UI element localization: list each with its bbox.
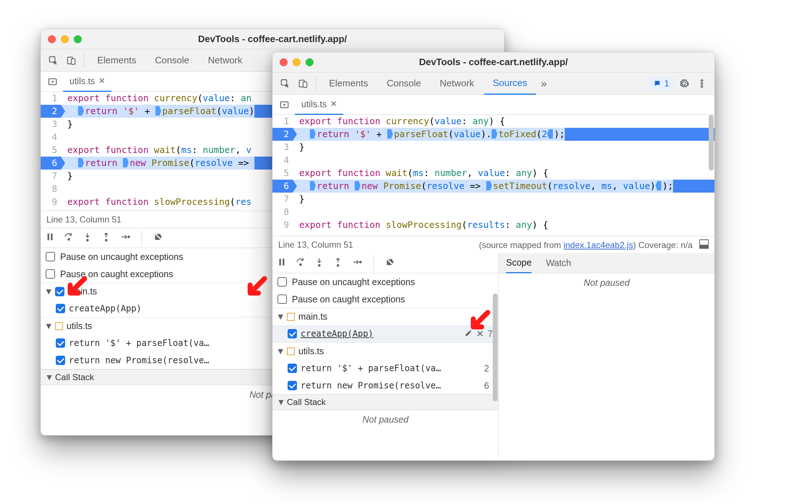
checkbox[interactable] [278, 294, 287, 304]
code-line[interactable]: 1export function currency(value: any) { [272, 115, 714, 128]
line-number[interactable]: 7 [272, 193, 293, 206]
expand-icon[interactable]: ▼ [44, 286, 51, 297]
expand-icon[interactable]: ▼ [44, 321, 51, 331]
breakpoint-file-main[interactable]: ▼ main.ts [272, 308, 499, 325]
line-number[interactable]: 1 [272, 115, 293, 128]
checkbox[interactable] [288, 381, 297, 390]
line-number[interactable]: 1 [41, 92, 61, 105]
line-number[interactable]: 9 [272, 219, 293, 231]
code-text[interactable]: } [61, 118, 73, 131]
code-editor[interactable]: 1export function currency(value: any) {2… [272, 115, 714, 236]
checkbox[interactable] [288, 364, 297, 373]
step-over-icon[interactable] [64, 232, 74, 244]
code-text[interactable] [61, 131, 73, 144]
scroll-thumb[interactable] [709, 115, 714, 171]
line-number[interactable]: 7 [41, 170, 61, 183]
device-toggle-icon[interactable] [63, 52, 80, 69]
line-number[interactable]: 6 [272, 180, 293, 193]
line-number[interactable]: 8 [41, 183, 61, 195]
inspect-icon[interactable] [45, 52, 62, 69]
code-line[interactable]: 5export function wait(ms: number, value:… [272, 167, 714, 180]
code-line[interactable]: 2 return '$' + parseFloat(value).toFixed… [272, 128, 714, 141]
tab-elements[interactable]: Elements [89, 49, 145, 72]
checkbox[interactable] [56, 304, 65, 313]
close-file-icon[interactable]: ✕ [330, 99, 337, 109]
step-out-icon[interactable] [333, 257, 343, 269]
code-line[interactable]: 4 [272, 154, 714, 167]
code-text[interactable] [61, 183, 73, 195]
more-tabs-icon[interactable]: » [537, 77, 551, 90]
code-text[interactable]: export function slowProcessing(results: … [293, 219, 548, 231]
file-tab-utils[interactable]: utils.ts ✕ [295, 95, 343, 115]
line-number[interactable]: 4 [41, 131, 61, 144]
code-text[interactable] [293, 154, 304, 167]
code-text[interactable]: export function slowProcessing(res [61, 195, 252, 208]
close-icon[interactable] [48, 35, 56, 43]
code-text[interactable]: } [293, 141, 304, 154]
code-line[interactable]: 7} [272, 193, 714, 206]
zoom-icon[interactable] [306, 58, 313, 66]
minimize-icon[interactable] [61, 35, 69, 43]
code-text[interactable]: export function wait(ms: number, value: … [293, 167, 548, 180]
checkbox[interactable] [56, 338, 65, 348]
file-tab-utils[interactable]: utils.ts ✕ [63, 72, 112, 92]
step-icon[interactable] [120, 232, 130, 244]
checkbox[interactable] [278, 277, 287, 287]
code-line[interactable]: 6 return new Promise(resolve => setTimeo… [272, 180, 714, 193]
navigator-toggle-icon[interactable] [44, 73, 61, 90]
pause-icon[interactable] [45, 232, 55, 244]
coverage-icon[interactable] [699, 239, 709, 249]
device-toggle-icon[interactable] [295, 75, 311, 92]
line-number[interactable]: 2 [272, 128, 293, 141]
checkbox[interactable] [46, 252, 55, 261]
checkbox[interactable] [288, 329, 297, 338]
step-out-icon[interactable] [101, 232, 111, 244]
breakpoint-item[interactable]: createApp(App) ✕ 7 [272, 325, 499, 342]
minimize-icon[interactable] [293, 58, 301, 66]
call-stack-header[interactable]: ▼ Call Stack [272, 394, 499, 410]
expand-icon[interactable]: ▼ [45, 372, 52, 382]
pause-icon[interactable] [277, 257, 287, 269]
code-line[interactable]: 9export function slowProcessing(results:… [272, 219, 714, 231]
line-number[interactable]: 2 [41, 105, 61, 118]
code-text[interactable]: return '$' + parseFloat(value) [61, 105, 254, 118]
code-text[interactable]: return new Promise(resolve => [61, 157, 254, 170]
expand-icon[interactable]: ▼ [276, 311, 283, 322]
line-number[interactable]: 6 [41, 157, 61, 170]
scroll-thumb[interactable] [493, 293, 498, 401]
pause-uncaught-row[interactable]: Pause on uncaught exceptions [272, 273, 499, 291]
tab-watch[interactable]: Watch [546, 258, 571, 268]
navigator-toggle-icon[interactable] [276, 96, 293, 113]
breakpoint-item[interactable]: return new Promise(resolve… 6 [272, 377, 499, 394]
breakpoint-file-utils[interactable]: ▼ utils.ts [272, 342, 499, 360]
code-text[interactable]: export function currency(value: any) { [293, 115, 505, 128]
scrollbar[interactable] [493, 293, 498, 457]
zoom-icon[interactable] [74, 35, 82, 43]
tab-scope[interactable]: Scope [506, 253, 532, 273]
checkbox[interactable] [55, 287, 64, 296]
code-text[interactable] [293, 206, 304, 219]
pause-caught-row[interactable]: Pause on caught exceptions [272, 291, 499, 308]
code-text[interactable]: export function currency(value: an [61, 92, 252, 105]
tab-console[interactable]: Console [146, 49, 198, 72]
tab-elements[interactable]: Elements [320, 72, 376, 95]
source-map-link[interactable]: index.1ac4eab2.js [563, 240, 633, 250]
inspect-icon[interactable] [277, 75, 293, 92]
line-number[interactable]: 4 [272, 154, 293, 167]
code-line[interactable]: 3} [272, 141, 714, 154]
line-number[interactable]: 3 [272, 141, 293, 154]
code-text[interactable]: return new Promise(resolve => setTimeout… [293, 180, 673, 193]
checkbox[interactable] [46, 269, 55, 279]
checkbox[interactable] [56, 356, 65, 365]
code-text[interactable]: } [61, 170, 73, 183]
line-number[interactable]: 9 [41, 195, 61, 208]
issues-badge[interactable]: 1 [649, 77, 674, 90]
step-into-icon[interactable] [82, 232, 93, 244]
step-over-icon[interactable] [296, 257, 306, 269]
code-text[interactable]: return '$' + parseFloat(value).toFixed(2… [293, 128, 565, 141]
close-icon[interactable] [280, 58, 288, 66]
deactivate-breakpoints-icon[interactable] [385, 257, 395, 269]
breakpoint-item[interactable]: return '$' + parseFloat(va… 2 [272, 360, 499, 377]
code-text[interactable]: } [293, 193, 304, 206]
code-line[interactable]: 8 [272, 206, 714, 219]
